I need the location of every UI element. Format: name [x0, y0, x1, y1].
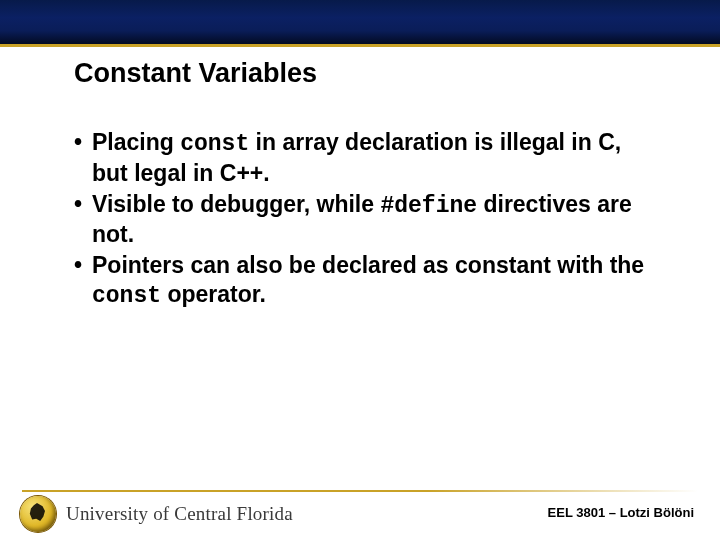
footer-label: EEL 3801 – Lotzi Bölöni [548, 505, 694, 520]
footer-divider [22, 490, 698, 492]
code-span: const [180, 131, 249, 157]
slide-title: Constant Variables [74, 58, 317, 89]
bullet-text-pre: Pointers can also be declared as constan… [92, 252, 644, 278]
institution-wordmark: University of Central Florida [66, 503, 293, 525]
bullet-item: Pointers can also be declared as constan… [74, 251, 654, 311]
bullet-text-pre: Visible to debugger, while [92, 191, 380, 217]
header-underline [0, 44, 720, 47]
pegasus-seal-icon [20, 496, 56, 532]
institution-logo: University of Central Florida [20, 496, 293, 532]
header-band [0, 0, 720, 44]
bullet-item: Placing const in array declaration is il… [74, 128, 654, 188]
bullet-text-post: operator. [161, 281, 266, 307]
slide: Constant Variables Placing const in arra… [0, 0, 720, 540]
code-span: #define [380, 193, 477, 219]
body-text: Placing const in array declaration is il… [74, 128, 654, 313]
bullet-text-pre: Placing [92, 129, 180, 155]
code-span: const [92, 283, 161, 309]
bullet-item: Visible to debugger, while #define direc… [74, 190, 654, 250]
